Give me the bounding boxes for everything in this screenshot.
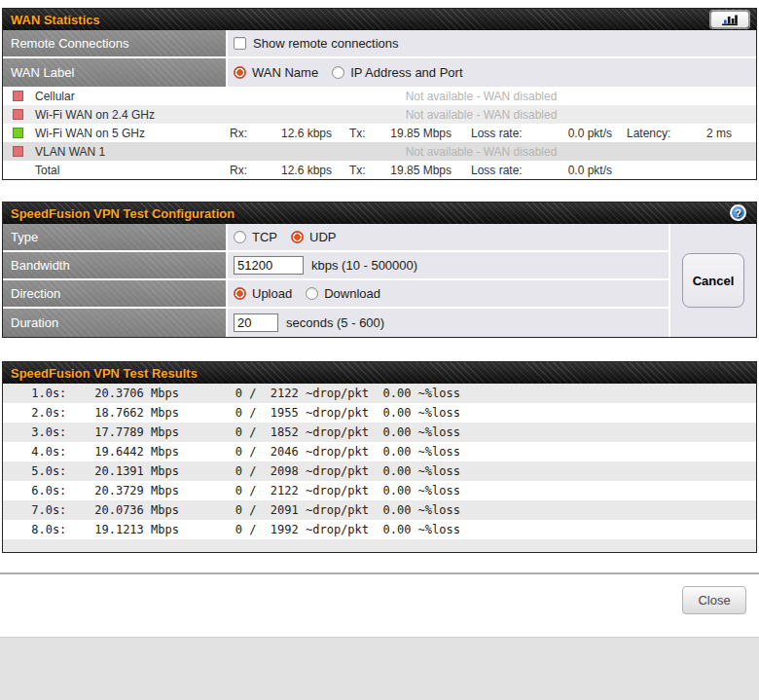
status-indicator-down [13, 91, 23, 101]
type-row: Type TCP UDP [3, 224, 669, 252]
close-button[interactable]: Close [682, 586, 746, 614]
wan-label-label: WAN Label [3, 58, 228, 87]
wan-row-wifi5: Wi-Fi WAN on 5 GHz Rx: 12.6 kbps Tx: 19.… [3, 124, 756, 142]
wan-name: Wi-Fi WAN on 5 GHz [35, 127, 218, 140]
wan-name: Wi-Fi WAN on 2.4 GHz [35, 108, 218, 122]
tx-label: Tx: [349, 164, 379, 177]
wan-statistics-header: WAN Statistics [3, 9, 756, 30]
result-line: 6.0s: 20.3729 Mbps 0 / 2122 ~drop/pkt 0.… [3, 481, 756, 500]
tx-label: Tx: [349, 127, 379, 140]
wan-name-radio-label: WAN Name [252, 65, 318, 80]
results-footer-strip [3, 539, 756, 552]
udp-radio-label: UDP [309, 230, 336, 244]
wan-disabled-text: Not available - WAN disabled [218, 108, 756, 122]
rx-value: 12.6 kbps [259, 127, 332, 140]
close-button-bar: Close [0, 574, 759, 637]
wan-name: Cellular [35, 90, 218, 103]
show-remote-connections-checkbox[interactable] [234, 37, 246, 50]
tx-value: 19.85 Mbps [379, 164, 452, 177]
vpn-test-results-panel: SpeedFusion VPN Test Results 1.0s: 20.37… [2, 361, 757, 553]
ip-address-port-radio-label: IP Address and Port [350, 65, 462, 80]
rx-label: Rx: [230, 127, 259, 140]
rx-value: 12.6 kbps [259, 164, 332, 177]
wan-disabled-text: Not available - WAN disabled [218, 90, 756, 103]
config-side-cell: Cancel [669, 224, 756, 337]
usage-chart-button[interactable] [710, 11, 749, 28]
bandwidth-row: Bandwidth kbps (10 - 500000) [3, 252, 669, 280]
download-radio[interactable] [306, 287, 318, 300]
wan-label-row: WAN Label WAN Name IP Address and Port [3, 58, 756, 87]
page-background-footer [0, 637, 759, 700]
show-remote-connections-label: Show remote connections [253, 36, 399, 51]
ip-address-port-radio[interactable] [332, 66, 344, 79]
tcp-radio[interactable] [234, 231, 246, 243]
upload-radio-label: Upload [252, 286, 292, 301]
wan-stats: Rx: 12.6 kbps Tx: 19.85 Mbps Loss rate: … [218, 127, 732, 140]
duration-row: Duration seconds (5 - 600) [3, 309, 669, 337]
wan-total-stats: Rx: 12.6 kbps Tx: 19.85 Mbps Loss rate: … [218, 164, 612, 177]
vpn-test-config-header: SpeedFusion VPN Test Configuration ? [3, 203, 756, 224]
download-radio-label: Download [324, 286, 380, 301]
bandwidth-hint: kbps (10 - 500000) [311, 258, 417, 273]
loss-label: Loss rate: [471, 127, 541, 140]
vpn-test-results-header: SpeedFusion VPN Test Results [3, 362, 756, 384]
duration-input[interactable] [234, 313, 278, 332]
status-indicator-down [13, 109, 23, 120]
vpn-test-config-panel: SpeedFusion VPN Test Configuration ? Typ… [2, 202, 757, 338]
wan-row-cellular: Cellular Not available - WAN disabled [3, 87, 756, 105]
result-line: 5.0s: 20.1391 Mbps 0 / 2098 ~drop/pkt 0.… [3, 461, 756, 481]
wan-name: VLAN WAN 1 [35, 145, 218, 159]
udp-radio[interactable] [291, 231, 304, 243]
wan-statistics-panel: WAN Statistics Remote Connections Show r… [2, 8, 757, 180]
remote-connections-label: Remote Connections [3, 30, 228, 56]
remote-connections-row: Remote Connections Show remote connectio… [3, 30, 756, 58]
result-line: 4.0s: 19.6442 Mbps 0 / 2046 ~drop/pkt 0.… [3, 442, 756, 461]
cancel-button[interactable]: Cancel [682, 253, 744, 308]
latency-value: 2 ms [687, 127, 732, 140]
status-indicator-up [13, 128, 23, 138]
duration-hint: seconds (5 - 600) [286, 315, 384, 330]
bandwidth-label: Bandwidth [3, 252, 228, 278]
wan-row-vlan1: VLAN WAN 1 Not available - WAN disabled [3, 142, 756, 161]
loss-value: 0.0 pkt/s [541, 164, 612, 177]
result-line: 3.0s: 17.7789 Mbps 0 / 1852 ~drop/pkt 0.… [3, 423, 756, 442]
wan-total-label: Total [35, 164, 218, 177]
tcp-radio-label: TCP [252, 230, 277, 244]
loss-value: 0.0 pkt/s [541, 127, 612, 140]
tx-value: 19.85 Mbps [379, 127, 452, 140]
type-label: Type [3, 224, 228, 250]
help-icon[interactable]: ? [730, 204, 746, 221]
wan-disabled-text: Not available - WAN disabled [218, 145, 756, 159]
upload-radio[interactable] [234, 287, 246, 300]
vpn-test-config-title: SpeedFusion VPN Test Configuration [11, 206, 235, 221]
bar-chart-icon [721, 14, 739, 26]
result-line: 7.0s: 20.0736 Mbps 0 / 2091 ~drop/pkt 0.… [3, 500, 756, 520]
duration-label: Duration [3, 309, 228, 337]
wan-name-radio[interactable] [234, 66, 246, 79]
result-line: 1.0s: 20.3706 Mbps 0 / 2122 ~drop/pkt 0.… [3, 384, 756, 403]
wan-row-total: Total Rx: 12.6 kbps Tx: 19.85 Mbps Loss … [3, 161, 756, 179]
result-line: 2.0s: 18.7662 Mbps 0 / 1955 ~drop/pkt 0.… [3, 403, 756, 423]
direction-label: Direction [3, 280, 228, 307]
latency-label: Latency: [627, 127, 687, 140]
wan-row-wifi24: Wi-Fi WAN on 2.4 GHz Not available - WAN… [3, 105, 756, 124]
loss-label: Loss rate: [471, 164, 541, 177]
status-indicator-down [13, 146, 23, 157]
wan-statistics-title: WAN Statistics [11, 13, 100, 27]
direction-row: Direction Upload Download [3, 280, 669, 309]
vpn-test-results-title: SpeedFusion VPN Test Results [11, 366, 198, 381]
rx-label: Rx: [230, 164, 259, 177]
result-line: 8.0s: 19.1213 Mbps 0 / 1992 ~drop/pkt 0.… [3, 520, 756, 539]
bandwidth-input[interactable] [234, 256, 304, 275]
